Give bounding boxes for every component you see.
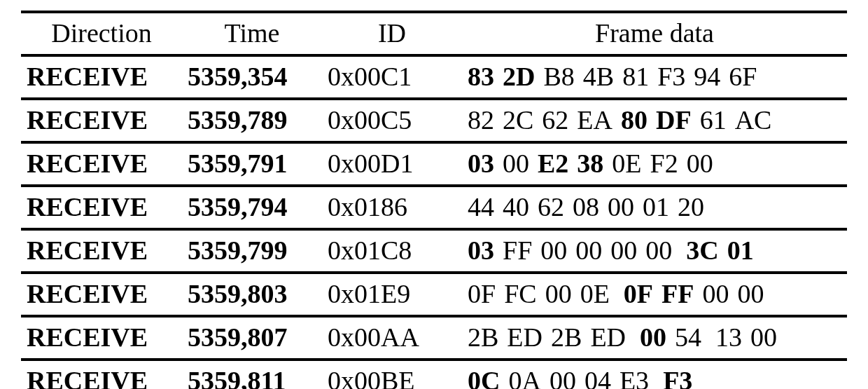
cell-frame-data: 0FFC000E0FFF0000 [462, 273, 847, 316]
col-header-time: Time [182, 12, 322, 55]
table-row: RECEIVE5359,8030x01E90FFC000E0FFF0000 [21, 273, 847, 316]
cell-frame-data: 832DB84B81F3946F [462, 55, 847, 99]
cell-frame-data: 03FF000000003C01 [462, 229, 847, 273]
cell-id: 0x00C5 [322, 99, 462, 142]
cell-direction: RECEIVE [21, 186, 182, 229]
cell-id: 0x01C8 [322, 229, 462, 273]
cell-time: 5359,789 [182, 99, 322, 142]
cell-frame-data: 2BED2BED00541300 [462, 316, 847, 360]
table-row: RECEIVE5359,7940x018644406208000120 [21, 186, 847, 229]
table-row: RECEIVE5359,8070x00AA2BED2BED00541300 [21, 316, 847, 360]
cell-direction: RECEIVE [21, 229, 182, 273]
col-header-direction: Direction [21, 12, 182, 55]
cell-direction: RECEIVE [21, 142, 182, 186]
table-row: RECEIVE5359,8110x00BE0C0A0004E3F3 [21, 360, 847, 389]
cell-id: 0x01E9 [322, 273, 462, 316]
cell-direction: RECEIVE [21, 55, 182, 99]
cell-frame-data: 44406208000120 [462, 186, 847, 229]
cell-direction: RECEIVE [21, 316, 182, 360]
cell-time: 5359,799 [182, 229, 322, 273]
cell-frame-data: 0C0A0004E3F3 [462, 360, 847, 389]
table-row: RECEIVE5359,3540x00C1832DB84B81F3946F [21, 55, 847, 99]
cell-id: 0x00C1 [322, 55, 462, 99]
table-row: RECEIVE5359,7890x00C5822C62EA80DF61AC [21, 99, 847, 142]
table-header-row: Direction Time ID Frame data [21, 12, 847, 55]
cell-id: 0x00D1 [322, 142, 462, 186]
cell-time: 5359,794 [182, 186, 322, 229]
cell-id: 0x0186 [322, 186, 462, 229]
frame-table: Direction Time ID Frame data RECEIVE5359… [21, 11, 847, 389]
cell-time: 5359,803 [182, 273, 322, 316]
table-row: RECEIVE5359,7990x01C803FF000000003C01 [21, 229, 847, 273]
cell-frame-data: 0300E2380EF200 [462, 142, 847, 186]
col-header-id: ID [322, 12, 462, 55]
cell-direction: RECEIVE [21, 360, 182, 389]
col-header-frame: Frame data [462, 12, 847, 55]
cell-time: 5359,354 [182, 55, 322, 99]
cell-id: 0x00BE [322, 360, 462, 389]
cell-direction: RECEIVE [21, 99, 182, 142]
cell-frame-data: 822C62EA80DF61AC [462, 99, 847, 142]
cell-time: 5359,791 [182, 142, 322, 186]
cell-time: 5359,811 [182, 360, 322, 389]
cell-time: 5359,807 [182, 316, 322, 360]
cell-direction: RECEIVE [21, 273, 182, 316]
cell-id: 0x00AA [322, 316, 462, 360]
table-row: RECEIVE5359,7910x00D10300E2380EF200 [21, 142, 847, 186]
